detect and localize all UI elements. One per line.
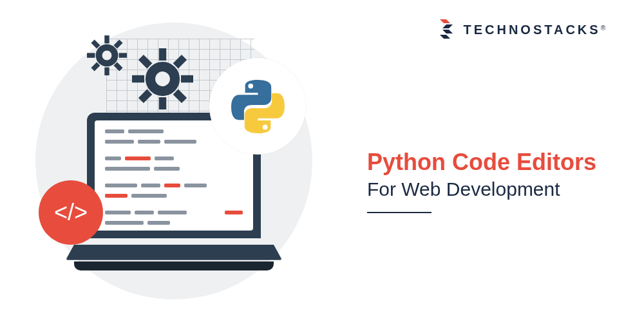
svg-rect-3 — [87, 53, 95, 57]
svg-rect-4 — [119, 53, 127, 57]
code-line — [105, 211, 243, 214]
svg-point-20 — [248, 83, 253, 88]
code-symbol: </> — [54, 199, 88, 226]
code-line — [105, 167, 243, 171]
registered-symbol: ® — [601, 24, 605, 31]
brand-logo: TECHNOSTACKS® — [436, 19, 605, 40]
python-badge-icon — [209, 58, 306, 155]
svg-rect-18 — [173, 90, 187, 103]
headline-secondary: For Web Development — [367, 178, 596, 200]
svg-rect-2 — [104, 68, 109, 75]
code-line — [105, 140, 243, 144]
svg-rect-11 — [159, 48, 166, 61]
headline-underline — [367, 212, 431, 213]
logo-mark-icon — [436, 19, 457, 40]
svg-rect-1 — [104, 35, 109, 43]
laptop-base — [74, 245, 274, 277]
svg-rect-12 — [159, 97, 166, 109]
svg-rect-5 — [114, 39, 123, 48]
svg-point-21 — [262, 124, 267, 129]
code-line — [105, 194, 243, 198]
svg-rect-6 — [91, 62, 100, 71]
svg-rect-15 — [173, 55, 187, 68]
gear-icon — [87, 35, 127, 78]
svg-rect-17 — [138, 55, 152, 68]
brand-text: TECHNOSTACKS — [463, 23, 600, 37]
svg-rect-16 — [138, 90, 152, 103]
svg-rect-13 — [132, 75, 144, 82]
headline-block: Python Code Editors For Web Development — [367, 148, 596, 213]
code-line — [105, 221, 243, 225]
svg-rect-7 — [91, 39, 100, 48]
code-line — [105, 156, 243, 160]
code-line — [105, 184, 243, 187]
svg-point-19 — [155, 71, 170, 86]
brand-name: TECHNOSTACKS® — [463, 23, 605, 37]
gear-icon — [132, 48, 193, 112]
headline-primary: Python Code Editors — [367, 148, 596, 176]
code-badge-icon: </> — [39, 180, 103, 245]
svg-point-9 — [102, 51, 112, 61]
svg-rect-8 — [114, 62, 123, 71]
hero-illustration: </> — [19, 13, 328, 309]
svg-rect-14 — [181, 75, 193, 82]
